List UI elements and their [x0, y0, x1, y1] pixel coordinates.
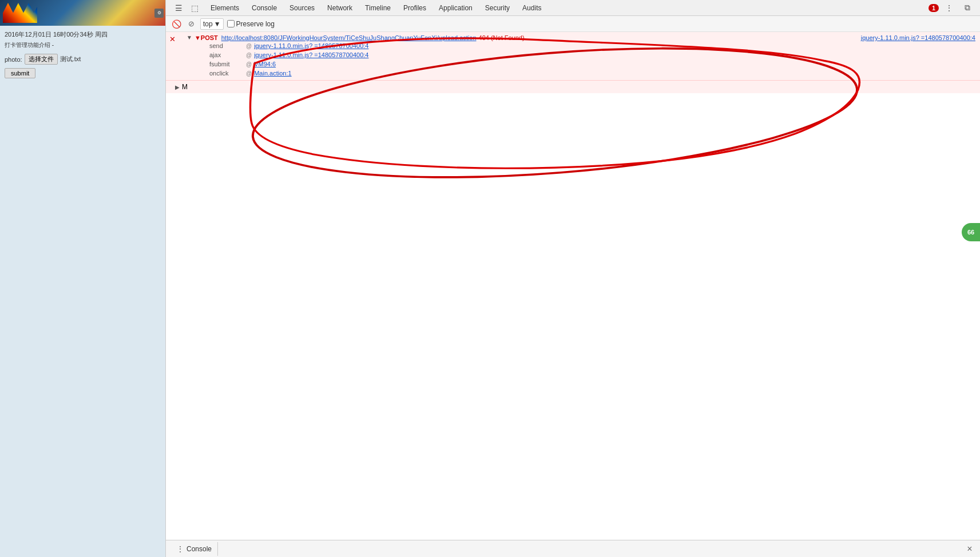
submit-button[interactable]: submit [5, 68, 35, 78]
stack-link-fsubmit[interactable]: VM94:6 [254, 61, 276, 67]
expand-triangle[interactable]: ▼ [187, 34, 192, 41]
error-badge: 1 [929, 4, 939, 12]
error-status: 404 (Not Found) [479, 34, 525, 41]
preserve-log-text: Preserve log [236, 20, 275, 28]
error-url[interactable]: http://localhost:8080/JFWorkingHourSyste… [221, 34, 477, 41]
green-float-button[interactable]: 66 [962, 223, 980, 241]
more-button[interactable]: ⋮ [941, 0, 957, 16]
stack-label-fsubmit: fsubmit [209, 61, 244, 67]
stack-label-send: send [209, 42, 244, 49]
error-main-row: ▼ ▼ POST http://localhost:8080/JFWorking… [180, 34, 975, 41]
clear-console-button[interactable]: 🚫 [170, 18, 182, 30]
console-content: ✕ ▼ ▼ POST http://localhost:8080/JFWorki… [166, 32, 980, 540]
stack-row-send: send @ jquery-1.11.0.min.js? =1480578700… [180, 41, 975, 50]
stack-label-onclick: onclick [209, 70, 244, 77]
devtools-toggle[interactable]: ⚙ [154, 9, 164, 18]
photo-label: photo: [5, 56, 22, 63]
green-float-label: 66 [967, 229, 974, 236]
console-tab-label: Console [187, 545, 212, 553]
stack-at-fsubmit: @ [246, 61, 252, 67]
bottom-dot-icon: ⋮ [176, 544, 184, 554]
mobile-icon[interactable]: ☰ [170, 0, 187, 16]
close-devtools-button[interactable]: × [964, 543, 975, 555]
stack-row-onclick: onclick @ Main.action:1 [180, 69, 975, 78]
nav-audits[interactable]: Audits [517, 0, 547, 16]
console-toolbar: 🚫 ⊘ top ▼ Preserve log [166, 16, 980, 32]
webpage-content: 2016年12月01日 16时00分34秒 周四 打卡管理功能介绍 - phot… [0, 26, 165, 83]
stack-link-onclick[interactable]: Main.action:1 [254, 70, 291, 77]
nav-network[interactable]: Network [322, 0, 358, 16]
nav-security[interactable]: Security [479, 0, 515, 16]
error-method: POST [201, 34, 218, 41]
expand-triangle-icon: ▶ [175, 84, 180, 90]
nav-profiles[interactable]: Profiles [398, 0, 432, 16]
top-dropdown-label: top [203, 20, 213, 28]
stack-link-ajax[interactable]: jquery-1.11.0.min.js? =1480578700400:4 [254, 51, 368, 58]
toolbar-nav-items: Elements Console Sources Network Timelin… [205, 0, 547, 16]
file-name: 测试.txt [60, 55, 81, 63]
stack-at-onclick: @ [246, 70, 252, 77]
toolbar-right: 1 ⋮ ⧉ [929, 0, 975, 16]
stack-at-ajax: @ [246, 52, 252, 58]
webpage-banner: ⚙ [0, 0, 165, 26]
error-type-post: ▼ [195, 34, 201, 41]
nav-timeline[interactable]: Timeline [359, 0, 396, 16]
file-button[interactable]: 选择文件 [25, 54, 58, 65]
error-icon: ✕ [169, 35, 176, 43]
error-row: ✕ ▼ ▼ POST http://localhost:8080/JFWorki… [166, 32, 980, 81]
stack-row-ajax: ajax @ jquery-1.11.0.min.js? =1480578700… [180, 50, 975, 59]
error-source-link[interactable]: jquery-1.11.0.min.js? =1480578700400:4 [861, 34, 975, 41]
top-dropdown-arrow: ▼ [214, 20, 221, 28]
subtitle-text: 打卡管理功能介绍 - [5, 41, 161, 49]
devtools-toolbar: ☰ ⬚ Elements Console Sources Network Tim… [166, 0, 980, 16]
webpage-panel: ⚙ 2016年12月01日 16时00分34秒 周四 打卡管理功能介绍 - ph… [0, 0, 166, 557]
red-circle-annotation [166, 32, 980, 540]
nav-elements[interactable]: Elements [205, 0, 245, 16]
top-dropdown[interactable]: top ▼ [200, 18, 224, 30]
stack-label-ajax: ajax [209, 51, 244, 58]
console-bottom-tab[interactable]: ⋮ Console [170, 542, 218, 556]
console-bottom-bar: ⋮ Console × [166, 540, 980, 557]
datetime-text: 2016年12月01日 16时00分34秒 周四 [5, 30, 161, 39]
expand-row[interactable]: ▶ M [166, 81, 980, 93]
preserve-log-label[interactable]: Preserve log [227, 20, 275, 28]
stack-link-send[interactable]: jquery-1.11.0.min.js? =1480578700400:4 [254, 42, 368, 49]
nav-application[interactable]: Application [433, 0, 478, 16]
nav-sources[interactable]: Sources [284, 0, 320, 16]
stack-row-fsubmit: fsubmit @ VM94:6 [180, 59, 975, 69]
nav-console[interactable]: Console [246, 0, 283, 16]
expand-label: M [182, 83, 188, 91]
filter-button[interactable]: ⊘ [185, 18, 197, 30]
preserve-log-checkbox[interactable] [227, 20, 235, 27]
stack-at-send: @ [246, 43, 252, 49]
cursor-icon[interactable]: ⬚ [187, 0, 203, 16]
form-row-photo: photo: 选择文件 测试.txt [5, 54, 161, 65]
dock-button[interactable]: ⧉ [959, 0, 975, 16]
devtools-panel: ☰ ⬚ Elements Console Sources Network Tim… [166, 0, 980, 557]
